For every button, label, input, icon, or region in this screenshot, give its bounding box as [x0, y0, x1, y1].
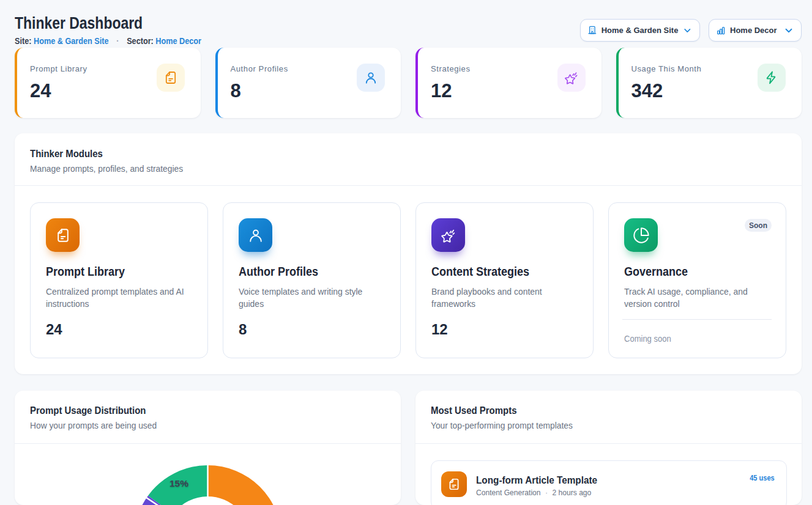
svg-text:15%: 15%	[169, 478, 188, 488]
